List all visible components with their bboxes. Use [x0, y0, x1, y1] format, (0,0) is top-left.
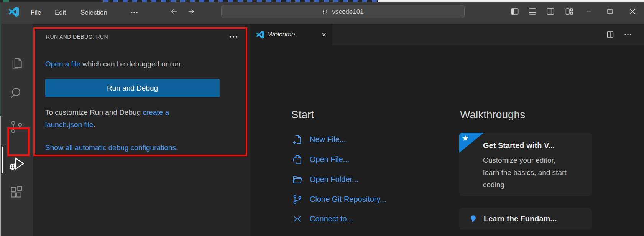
- menu-more-ellipsis-icon[interactable]: [130, 8, 139, 17]
- start-heading: Start: [291, 109, 314, 121]
- background-sliver-text-fragments: [104, 0, 378, 2]
- maximize-icon[interactable]: [605, 7, 615, 17]
- walkthroughs-heading: Walkthroughs: [460, 109, 525, 121]
- screenshot-root: File Edit Selection: [0, 0, 644, 236]
- layout-sidebar-icon[interactable]: [510, 7, 520, 17]
- vscode-window: File Edit Selection: [0, 2, 644, 236]
- menu-selection[interactable]: Selection: [80, 8, 107, 17]
- panel-more-actions-icon[interactable]: [228, 32, 239, 41]
- menu-file[interactable]: File: [31, 8, 41, 17]
- start-item-label: Open Folder...: [310, 175, 358, 184]
- search-value: vscode101: [332, 8, 363, 16]
- open-file-item[interactable]: Open File...: [292, 153, 349, 166]
- menu-edit[interactable]: Edit: [55, 8, 66, 17]
- explorer-icon[interactable]: [8, 55, 24, 71]
- open-file-hint-rest: which can be debugged or run.: [80, 60, 182, 68]
- tab-label: Welcome: [268, 31, 295, 38]
- walkthrough-card-learn-fundamentals[interactable]: Learn the Fundam...: [459, 208, 592, 230]
- open-file-icon: [292, 154, 303, 165]
- activity-bar: [0, 24, 33, 236]
- layout-customize-icon[interactable]: [564, 7, 574, 17]
- background-sliver-white: [378, 0, 644, 2]
- layout-panel-icon[interactable]: [527, 7, 537, 17]
- open-folder-item[interactable]: Open Folder...: [292, 173, 358, 186]
- background-sliver-fragment: [3, 0, 9, 2]
- active-view-indicator: [2, 147, 3, 173]
- show-all-configurations: Show all automatic debug configurations.: [45, 142, 178, 154]
- new-file-item[interactable]: New File...: [292, 133, 346, 146]
- walkthrough-card-get-started[interactable]: ★ Get Started with V... Customize your e…: [459, 133, 592, 196]
- run-debug-panel: RUN AND DEBUG: RUN Open a file which can…: [33, 24, 250, 236]
- customize-hint-suffix: .: [94, 120, 95, 129]
- search-icon[interactable]: [8, 85, 24, 101]
- start-item-label: Connect to...: [310, 215, 353, 223]
- start-item-label: New File...: [310, 135, 346, 144]
- clone-git-repository-item[interactable]: Clone Git Repository...: [292, 193, 386, 206]
- new-file-icon: [292, 134, 303, 145]
- open-a-file-link[interactable]: Open a file: [45, 60, 80, 68]
- customize-hint: To customize Run and Debug create a laun…: [45, 106, 195, 131]
- editor-tab-bar: Welcome: [250, 24, 644, 45]
- git-clone-icon: [292, 194, 303, 205]
- background-left-sliver: [0, 2, 1, 116]
- split-editor-icon[interactable]: [606, 30, 615, 39]
- run-and-debug-button[interactable]: Run and Debug: [45, 79, 220, 97]
- connect-icon: [292, 213, 303, 224]
- background-left-sliver: [0, 116, 1, 236]
- show-all-configurations-link[interactable]: Show all automatic debug configurations: [45, 144, 176, 152]
- welcome-page: Start New File... Open File...: [250, 45, 644, 236]
- search-icon: [322, 8, 329, 15]
- start-item-label: Open File...: [310, 155, 349, 164]
- walkthrough-card-title: Get Started with V...: [483, 141, 555, 150]
- layout-sidebar-right-icon[interactable]: [545, 7, 555, 17]
- vscode-logo-icon: [256, 31, 264, 39]
- panel-title: RUN AND DEBUG: RUN: [46, 34, 108, 40]
- open-file-hint: Open a file which can be debugged or run…: [45, 60, 182, 68]
- vscode-logo-icon: [8, 7, 19, 17]
- background-window-sliver: [0, 0, 644, 2]
- title-bar: File Edit Selection: [0, 2, 644, 24]
- forward-icon[interactable]: [187, 7, 196, 16]
- tab-welcome[interactable]: Welcome: [250, 24, 332, 45]
- lightbulb-icon: [468, 214, 478, 224]
- connect-to-item[interactable]: Connect to...: [292, 212, 353, 225]
- minimize-icon[interactable]: [584, 7, 594, 17]
- star-icon: ★: [462, 134, 469, 143]
- extensions-icon[interactable]: [8, 184, 24, 200]
- back-icon[interactable]: [170, 7, 178, 16]
- command-center-search[interactable]: vscode101: [221, 5, 465, 18]
- editor-more-actions-icon[interactable]: [623, 30, 632, 39]
- close-icon[interactable]: [628, 7, 637, 17]
- open-folder-icon: [292, 174, 303, 185]
- tab-close-icon[interactable]: [320, 31, 328, 38]
- start-item-label: Clone Git Repository...: [310, 195, 386, 204]
- walkthrough-card-description: Customize your editor, learn the basics,…: [483, 154, 572, 191]
- run-debug-icon[interactable]: [8, 155, 24, 171]
- show-all-suffix: .: [176, 144, 178, 152]
- source-control-icon[interactable]: [8, 119, 24, 135]
- customize-hint-prefix: To customize Run and Debug: [45, 108, 143, 116]
- walkthrough-card-title: Learn the Fundam...: [484, 215, 557, 223]
